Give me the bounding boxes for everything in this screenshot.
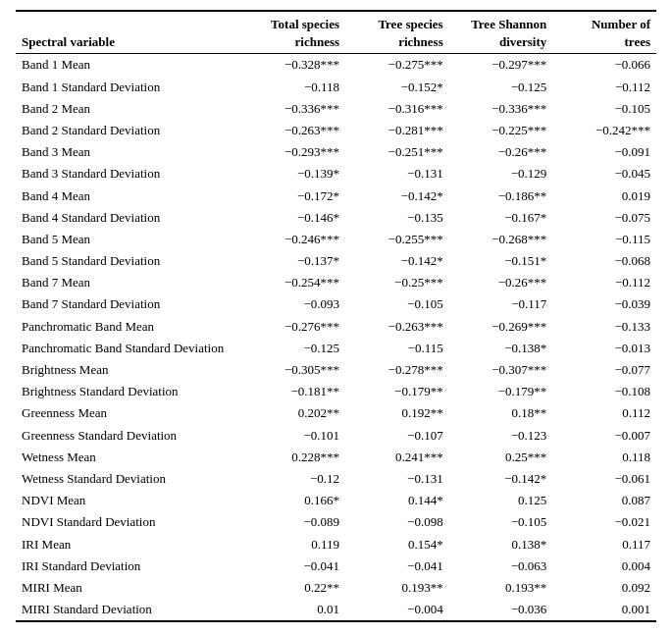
cell-tree_species: 0.192** <box>345 402 449 424</box>
cell-tree_shannon: 0.193** <box>449 577 553 599</box>
cell-total: −0.172* <box>241 185 345 207</box>
cell-tree_shannon: −0.268*** <box>449 229 553 250</box>
cell-num_trees: 0.001 <box>552 599 656 621</box>
cell-spectral: Band 4 Mean <box>16 185 241 207</box>
cell-total: 0.22** <box>241 577 345 599</box>
cell-num_trees: −0.133 <box>552 316 656 338</box>
table-row: Panchromatic Band Mean−0.276***−0.263***… <box>16 316 656 338</box>
cell-spectral: Band 1 Mean <box>16 54 241 77</box>
cell-tree_species: −0.179** <box>345 381 449 402</box>
cell-total: 0.01 <box>241 599 345 621</box>
cell-tree_shannon: −0.26*** <box>449 272 553 293</box>
table-row: Band 7 Standard Deviation−0.093−0.105−0.… <box>16 293 656 315</box>
cell-num_trees: −0.061 <box>552 468 656 490</box>
cell-spectral: Band 7 Standard Deviation <box>16 293 241 315</box>
cell-tree_shannon: −0.336*** <box>449 98 553 120</box>
cell-total: 0.202** <box>241 402 345 424</box>
cell-tree_shannon: −0.167* <box>449 207 553 229</box>
cell-total: −0.293*** <box>241 141 345 163</box>
cell-num_trees: 0.112 <box>552 402 656 424</box>
cell-num_trees: −0.108 <box>552 381 656 402</box>
cell-num_trees: −0.112 <box>552 77 656 98</box>
cell-spectral: Band 7 Mean <box>16 272 241 293</box>
cell-tree_species: −0.255*** <box>345 229 449 250</box>
cell-tree_species: −0.131 <box>345 468 449 490</box>
cell-spectral: Band 2 Mean <box>16 98 241 120</box>
cell-total: −0.118 <box>241 77 345 98</box>
cell-tree_species: −0.278*** <box>345 359 449 381</box>
cell-num_trees: −0.066 <box>552 54 656 77</box>
cell-tree_shannon: −0.125 <box>449 77 553 98</box>
header-total-species: Total species richness <box>241 11 345 54</box>
cell-tree_shannon: −0.307*** <box>449 359 553 381</box>
cell-spectral: Band 1 Standard Deviation <box>16 77 241 98</box>
table-row: Greenness Standard Deviation−0.101−0.107… <box>16 425 656 447</box>
cell-total: 0.166* <box>241 490 345 511</box>
cell-num_trees: −0.077 <box>552 359 656 381</box>
cell-spectral: Panchromatic Band Mean <box>16 316 241 338</box>
cell-tree_species: −0.275*** <box>345 54 449 77</box>
cell-total: −0.101 <box>241 425 345 447</box>
cell-spectral: Band 3 Standard Deviation <box>16 163 241 185</box>
cell-num_trees: −0.115 <box>552 229 656 250</box>
header-tree-species: Tree species richness <box>345 11 449 54</box>
table-row: Band 1 Standard Deviation−0.118−0.152*−0… <box>16 77 656 98</box>
table-row: MIRI Standard Deviation0.01−0.004−0.0360… <box>16 599 656 621</box>
cell-tree_shannon: −0.297*** <box>449 54 553 77</box>
table-row: Band 4 Standard Deviation−0.146*−0.135−0… <box>16 207 656 229</box>
cell-tree_shannon: 0.25*** <box>449 447 553 468</box>
cell-tree_species: −0.041 <box>345 556 449 577</box>
cell-spectral: Band 4 Standard Deviation <box>16 207 241 229</box>
cell-tree_shannon: −0.123 <box>449 425 553 447</box>
cell-spectral: MIRI Standard Deviation <box>16 599 241 621</box>
cell-tree_shannon: −0.063 <box>449 556 553 577</box>
cell-tree_shannon: −0.129 <box>449 163 553 185</box>
table-header-row: Spectral variable Total species richness… <box>16 11 656 54</box>
cell-tree_shannon: −0.179** <box>449 381 553 402</box>
table-row: IRI Mean0.1190.154*0.138*0.117 <box>16 534 656 556</box>
cell-total: −0.263*** <box>241 120 345 141</box>
cell-num_trees: −0.091 <box>552 141 656 163</box>
cell-spectral: NDVI Mean <box>16 490 241 511</box>
cell-spectral: NDVI Standard Deviation <box>16 511 241 533</box>
table-row: Band 3 Standard Deviation−0.139*−0.131−0… <box>16 163 656 185</box>
correlation-table: Spectral variable Total species richness… <box>16 10 656 622</box>
cell-num_trees: 0.004 <box>552 556 656 577</box>
header-num-trees: Number of trees <box>552 11 656 54</box>
cell-tree_species: −0.142* <box>345 185 449 207</box>
cell-spectral: MIRI Mean <box>16 577 241 599</box>
cell-spectral: Brightness Standard Deviation <box>16 381 241 402</box>
cell-spectral: Greenness Standard Deviation <box>16 425 241 447</box>
table-row: Wetness Standard Deviation−0.12−0.131−0.… <box>16 468 656 490</box>
cell-total: −0.336*** <box>241 98 345 120</box>
cell-total: 0.228*** <box>241 447 345 468</box>
cell-num_trees: −0.112 <box>552 272 656 293</box>
cell-tree_species: −0.281*** <box>345 120 449 141</box>
cell-tree_species: −0.135 <box>345 207 449 229</box>
cell-tree_shannon: −0.186** <box>449 185 553 207</box>
cell-tree_species: −0.263*** <box>345 316 449 338</box>
header-tree-shannon: Tree Shannon diversity <box>449 11 553 54</box>
table-row: Band 5 Mean−0.246***−0.255***−0.268***−0… <box>16 229 656 250</box>
cell-tree_shannon: −0.105 <box>449 511 553 533</box>
cell-num_trees: 0.087 <box>552 490 656 511</box>
table-row: Band 1 Mean−0.328***−0.275***−0.297***−0… <box>16 54 656 77</box>
table-row: Band 4 Mean−0.172*−0.142*−0.186**0.019 <box>16 185 656 207</box>
cell-tree_species: −0.25*** <box>345 272 449 293</box>
cell-tree_species: −0.115 <box>345 338 449 359</box>
table-row: IRI Standard Deviation−0.041−0.041−0.063… <box>16 556 656 577</box>
cell-tree_shannon: 0.138* <box>449 534 553 556</box>
cell-tree_species: 0.154* <box>345 534 449 556</box>
cell-tree_shannon: −0.036 <box>449 599 553 621</box>
cell-total: −0.328*** <box>241 54 345 77</box>
cell-num_trees: 0.118 <box>552 447 656 468</box>
header-spectral: Spectral variable <box>16 11 241 54</box>
table-row: Panchromatic Band Standard Deviation−0.1… <box>16 338 656 359</box>
cell-tree_species: 0.193** <box>345 577 449 599</box>
cell-spectral: Panchromatic Band Standard Deviation <box>16 338 241 359</box>
cell-tree_shannon: −0.151* <box>449 250 553 272</box>
cell-total: −0.305*** <box>241 359 345 381</box>
cell-tree_shannon: 0.125 <box>449 490 553 511</box>
cell-spectral: IRI Standard Deviation <box>16 556 241 577</box>
table-row: Band 5 Standard Deviation−0.137*−0.142*−… <box>16 250 656 272</box>
